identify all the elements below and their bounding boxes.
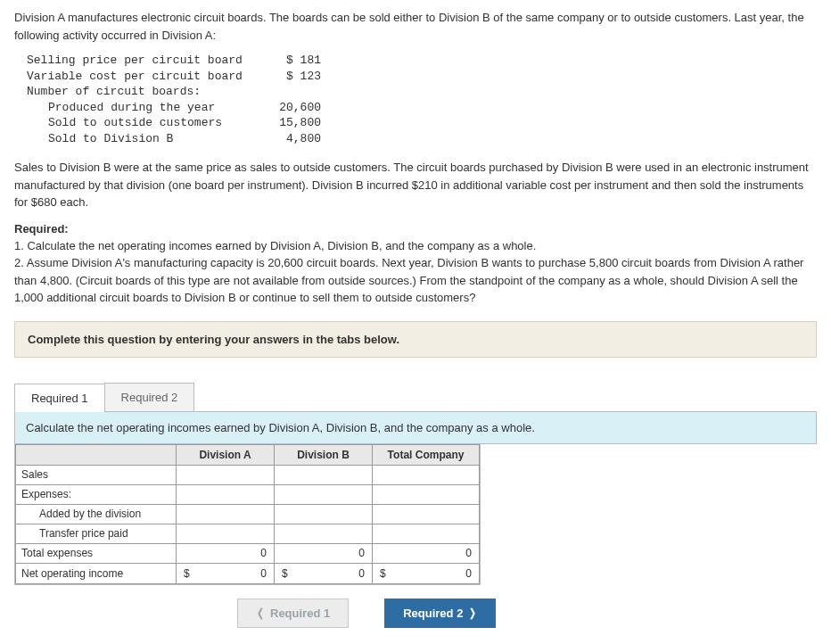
row-value: 15,800 [259,115,321,131]
prev-button[interactable]: ❬ Required 1 [237,599,349,628]
row-added-label: Added by the division [16,504,177,524]
row-value: $ 181 [259,53,321,69]
required-text: 1. Calculate the net operating incomes e… [14,237,817,307]
input-cell[interactable] [177,465,275,484]
row-total-expenses-label: Total expenses [16,543,177,563]
corner-cell [16,444,177,465]
table-row: Sales [16,465,480,484]
input-cell[interactable] [373,484,480,504]
row-expenses-label: Expenses: [16,484,177,504]
table-row: Transfer price paid [16,524,480,543]
row-sales-label: Sales [16,465,177,484]
header-division-b: Division B [275,444,373,465]
required-heading: Required: [14,222,817,235]
header-division-a: Division A [177,444,275,465]
row-value: 20,600 [259,100,321,116]
total-exp-c: 0 [373,543,480,563]
tab-instruction: Calculate the net operating incomes earn… [14,412,817,444]
paragraph-2: Sales to Division B were at the same pri… [14,159,817,211]
input-cell[interactable] [373,504,480,524]
row-label: Selling price per circuit board [27,53,259,69]
tabs-row: Required 1 Required 2 [14,383,817,412]
table-row: Net operating income $0 $0 $0 [16,563,480,583]
chevron-left-icon: ❬ [256,607,265,619]
input-cell[interactable] [373,524,480,543]
input-cell[interactable] [275,465,373,484]
table-row: Added by the division [16,504,480,524]
input-cell[interactable] [275,504,373,524]
row-label: Sold to outside customers [27,115,259,131]
input-cell[interactable] [177,524,275,543]
input-cell[interactable] [275,524,373,543]
intro-text: Division A manufactures electronic circu… [14,9,817,44]
table-row: Total expenses 0 0 0 [16,543,480,563]
row-label: Variable cost per circuit board [27,69,259,85]
row-label: Sold to Division B [27,131,259,147]
prev-button-label: Required 1 [270,607,330,620]
instruction-bar: Complete this question by entering your … [14,321,817,358]
row-value: $ 123 [259,69,321,85]
noi-a: $0 [177,563,275,583]
input-cell[interactable] [275,484,373,504]
activity-data-block: Selling price per circuit board$ 181 Var… [27,53,817,146]
row-value: 4,800 [259,131,321,147]
total-exp-b: 0 [275,543,373,563]
next-button-label: Required 2 [403,607,463,620]
row-noi-label: Net operating income [16,563,177,583]
input-cell[interactable] [373,465,480,484]
header-total-company: Total Company [373,444,480,465]
row-transfer-label: Transfer price paid [16,524,177,543]
chevron-right-icon: ❭ [468,607,477,619]
total-exp-a: 0 [177,543,275,563]
tab-required-1[interactable]: Required 1 [14,384,105,412]
tab-required-2[interactable]: Required 2 [104,383,195,411]
noi-b: $0 [275,563,373,583]
row-label: Produced during the year [27,100,259,116]
noi-c: $0 [373,563,480,583]
next-button[interactable]: Required 2 ❭ [384,599,496,628]
calc-table: Division A Division B Total Company Sale… [15,444,480,584]
input-cell[interactable] [177,484,275,504]
row-label: Number of circuit boards: [27,84,259,100]
table-row: Expenses: [16,484,480,504]
input-cell[interactable] [177,504,275,524]
